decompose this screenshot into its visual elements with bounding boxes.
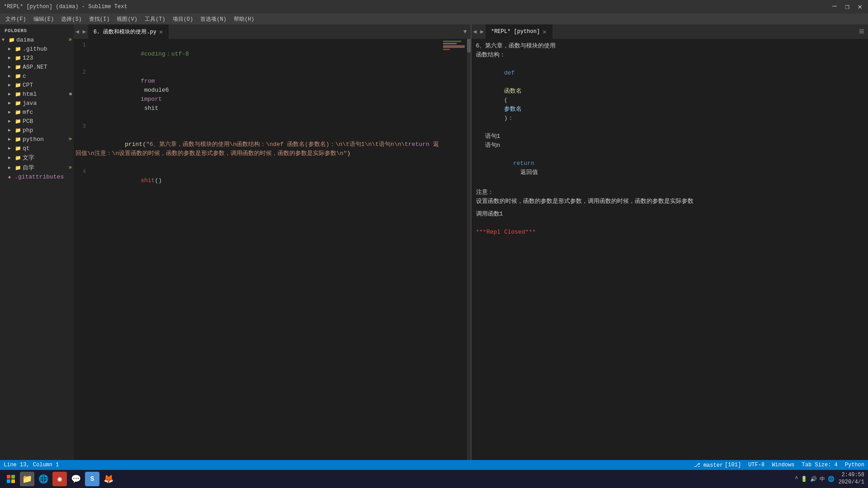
app3-button[interactable]: ◉: [52, 472, 67, 486]
sidebar-item-github[interactable]: ▶ 📁 .github: [0, 44, 74, 53]
menu-find[interactable]: 查找(I): [85, 14, 113, 24]
chevron-right-icon: ▶: [8, 145, 14, 151]
status-line-endings[interactable]: Windows: [772, 462, 794, 468]
menu-select[interactable]: 选择(S): [57, 14, 85, 24]
sidebar-item-gitattributes[interactable]: ◆ .gitattributes: [0, 173, 74, 181]
chevron-right-icon: ▶: [8, 91, 14, 97]
menubar: 文件(F) 编辑(E) 选择(S) 查找(I) 视图(V) 工具(T) 项目(O…: [0, 14, 868, 24]
sidebar-header: FOLDERS: [0, 24, 74, 35]
menu-view[interactable]: 视图(V): [113, 14, 141, 24]
sidebar-item-cpt[interactable]: ▶ 📁 CPT: [0, 80, 74, 89]
sidebar-item-qt[interactable]: ▶ 📁 qt: [0, 144, 74, 153]
svg-rect-2: [7, 479, 10, 483]
tab-editor-active[interactable]: 6. 函数和模块的使用.py ✕: [88, 24, 169, 39]
editor-tabbar: ◀ ▶ 6. 函数和模块的使用.py ✕ ▼: [74, 24, 471, 39]
sidebar-item-aspnet[interactable]: ▶ 📁 ASP.NET: [0, 62, 74, 71]
spacer-icon: ◆: [8, 174, 14, 180]
firefox-button[interactable]: 🦊: [101, 472, 116, 486]
repl-tab-close-icon[interactable]: ✕: [542, 28, 546, 36]
repl-nav-right[interactable]: ▶: [478, 28, 486, 35]
menu-preferences[interactable]: 首选项(N): [197, 14, 230, 24]
editor-scrollbar[interactable]: [467, 39, 471, 460]
titlebar-controls: — ❐ ✕: [830, 2, 864, 11]
repl-stmtn: 语句n: [476, 141, 864, 150]
sidebar-item-html[interactable]: ▶ 📁 html: [0, 89, 74, 99]
svg-rect-3: [11, 479, 15, 483]
line-content-2: from module6 import shit: [90, 68, 172, 122]
code-line-1: 1 #coding：utf-8: [74, 41, 442, 68]
sidebar-item-mfc[interactable]: ▶ 📁 mfc: [0, 108, 74, 117]
folder-icon: 📁: [14, 145, 22, 152]
line-content-3: print("6、第六章，函数与模块的使用\n函数结构：\ndef 函数名(参数…: [74, 131, 442, 167]
svg-rect-0: [7, 475, 10, 479]
repl-nav-left[interactable]: ◀: [472, 28, 479, 35]
folder-icon: 📁: [14, 72, 22, 80]
taskbar: 📁 🌐 ◉ 💬 S 🦊 ^ 🔋 🔊 中 🌐 2:40:58 2020/4/1: [0, 470, 868, 488]
close-button[interactable]: ✕: [855, 2, 864, 11]
repl-empty: [476, 219, 864, 228]
file-explorer-button[interactable]: 📁: [20, 472, 34, 486]
tab-repl-active[interactable]: *REPL* [python] ✕: [486, 24, 552, 39]
status-changes-text: [101]: [725, 462, 741, 468]
chevron-right-icon: ▶: [8, 155, 14, 160]
tray-icon-2: 🔊: [810, 476, 817, 483]
sublime-button[interactable]: S: [85, 472, 99, 486]
sidebar-item-pcb[interactable]: ▶ 📁 PCB: [0, 117, 74, 126]
menu-help[interactable]: 帮助(H): [230, 14, 258, 24]
tab-close-icon[interactable]: ✕: [159, 28, 163, 36]
chevron-right-icon: ▶: [8, 109, 14, 115]
menu-edit[interactable]: 编辑(E): [30, 14, 58, 24]
folder-icon: 📁: [14, 99, 22, 107]
repl-content: 6、第六章，函数与模块的使用 函数结构： def 函数名 ( 参数名 )： 语句…: [472, 39, 868, 460]
sidebar-item-php[interactable]: ▶ 📁 php: [0, 126, 74, 135]
sidebar-item-123[interactable]: ▶ 📁 123: [0, 53, 74, 62]
menu-tools[interactable]: 工具(T): [141, 14, 169, 24]
start-button[interactable]: [4, 472, 18, 486]
folder-icon: 📁: [8, 36, 15, 43]
status-language-text: Python: [845, 462, 864, 468]
maximize-button[interactable]: ❐: [843, 2, 852, 11]
repl-note-text: 设置函数的时候，函数的参数是形式参数，调用函数的时候，函数的参数是实际参数: [476, 197, 864, 206]
tab-nav-right[interactable]: ▶: [81, 28, 88, 35]
code-line-2: 2 from module6 import shit: [74, 68, 442, 122]
menu-file[interactable]: 文件(F): [2, 14, 30, 24]
sidebar-item-daima[interactable]: ▼ 📁 daima »: [0, 35, 74, 44]
folder-icon: 📁: [14, 136, 22, 143]
scrollbar-thumb[interactable]: [467, 39, 471, 52]
status-language[interactable]: Python: [845, 462, 864, 468]
menu-project[interactable]: 项目(O): [169, 14, 197, 24]
status-line-col[interactable]: Line 13, Column 1: [4, 462, 59, 468]
status-tab-size-text: Tab Size: 4: [802, 462, 838, 468]
repl-settings-icon[interactable]: ≡: [855, 27, 868, 37]
minimap: [442, 39, 467, 460]
sidebar-item-wenzi[interactable]: ▶ 📁 文字: [0, 153, 74, 163]
editor-area: ◀ ▶ 6. 函数和模块的使用.py ✕ ▼ 1 #coding：utf-8: [74, 24, 471, 460]
status-branch[interactable]: ⎇ master [101]: [694, 462, 741, 469]
sidebar: FOLDERS ▼ 📁 daima » ▶ 📁 .github ▶ 📁 123 …: [0, 24, 74, 460]
sidebar-item-c[interactable]: ▶ 📁 c: [0, 71, 74, 80]
browser-button[interactable]: 🌐: [36, 472, 51, 486]
tab-nav-left[interactable]: ◀: [74, 28, 81, 35]
editor-content[interactable]: 1 #coding：utf-8 2 from module6 import sh…: [74, 39, 471, 460]
taskbar-right: ^ 🔋 🔊 中 🌐 2:40:58 2020/4/1: [795, 472, 864, 486]
sidebar-item-python[interactable]: ▶ 📁 python »: [0, 135, 74, 144]
minimize-button[interactable]: —: [830, 2, 839, 11]
tray-expand-icon[interactable]: ^: [795, 476, 798, 482]
sidebar-item-zixue[interactable]: ▶ 📁 自学 »: [0, 163, 74, 173]
code-area[interactable]: 1 #coding：utf-8 2 from module6 import sh…: [74, 39, 442, 460]
line-number-2: 2: [74, 68, 90, 77]
tab-dropdown-icon[interactable]: ▼: [460, 28, 471, 35]
status-tab-size[interactable]: Tab Size: 4: [802, 462, 838, 468]
app4-button[interactable]: 💬: [69, 472, 83, 486]
status-encoding[interactable]: UTF-8: [748, 462, 764, 468]
line-content-4: shit(): [90, 167, 162, 194]
folder-icon: 📁: [14, 81, 22, 89]
folder-icon: 📁: [14, 154, 22, 161]
folder-icon: 📁: [14, 108, 22, 116]
sidebar-item-java[interactable]: ▶ 📁 java: [0, 99, 74, 108]
clock[interactable]: 2:40:58 2020/4/1: [838, 472, 864, 486]
chevron-right-icon: ▶: [8, 64, 14, 70]
tray-icon-4: 🌐: [828, 476, 835, 483]
folder-icon: 📁: [14, 45, 22, 52]
status-right: ⎇ master [101] UTF-8 Windows Tab Size: 4…: [694, 462, 864, 469]
